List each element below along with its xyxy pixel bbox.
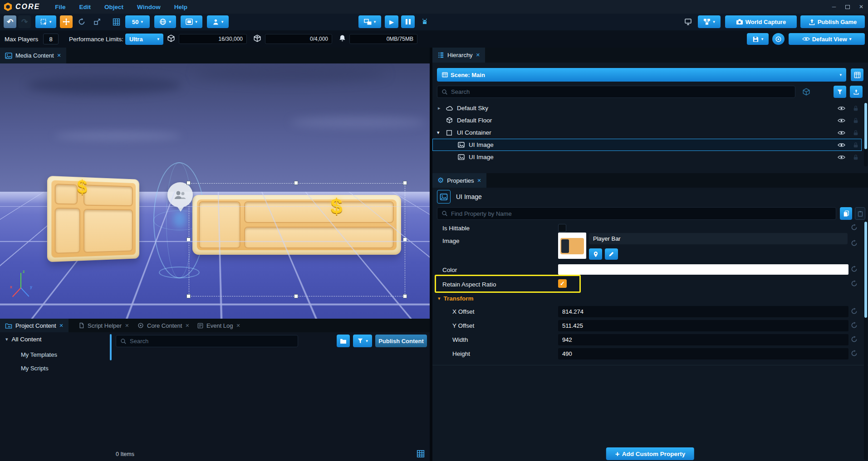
grid-view-button[interactable] [415, 448, 427, 460]
close-tab-icon[interactable]: ✕ [125, 323, 129, 328]
properties-scrollbar[interactable] [864, 221, 868, 460]
property-search-input[interactable] [451, 210, 832, 217]
close-tab-icon[interactable]: ✕ [236, 323, 240, 328]
transform-section-header[interactable]: ▾ Transform [438, 295, 474, 302]
viewport[interactable]: $ $ z x y [0, 63, 430, 319]
maximize-button[interactable] [841, 0, 854, 14]
save-dropdown[interactable]: ▾ [747, 33, 769, 45]
multiplayer-preview-dropdown[interactable]: ▾ [358, 15, 381, 28]
tab-properties[interactable]: ⚙ Properties ✕ [432, 173, 486, 188]
reset-property-icon[interactable] [851, 266, 858, 272]
copy-properties-button[interactable] [840, 207, 852, 220]
visibility-eye-icon[interactable] [838, 130, 845, 136]
pause-button[interactable] [401, 15, 415, 28]
folder-my-scripts[interactable]: My Scripts [21, 365, 49, 372]
gizmo-space-dropdown[interactable]: ▾ [154, 15, 176, 28]
default-view-dropdown[interactable]: Default View ▾ [789, 33, 865, 45]
close-tab-icon[interactable]: ✕ [477, 178, 481, 183]
hierarchy-filter-button[interactable] [834, 86, 846, 98]
selection-handle[interactable] [186, 238, 191, 242]
selection-handle[interactable] [403, 238, 407, 242]
selection-handle[interactable] [186, 181, 191, 185]
ui-image-object-left[interactable]: $ [47, 176, 139, 262]
project-search-input[interactable] [130, 338, 294, 345]
tab-media-content[interactable]: Media Content ✕ [0, 48, 66, 63]
publish-content-button[interactable]: Publish Content [375, 335, 427, 347]
menu-window[interactable]: Window [130, 4, 167, 10]
reset-property-icon[interactable] [851, 322, 858, 329]
tree-item-ui-container[interactable]: ▾ UI Container [432, 126, 862, 139]
lock-icon[interactable] [853, 105, 858, 112]
tree-item-ui-image-selected[interactable]: UI Image [432, 139, 862, 151]
max-players-field[interactable]: 8 [43, 34, 59, 44]
tree-scrollbar[interactable] [110, 334, 112, 360]
reset-property-icon[interactable] [851, 308, 858, 315]
x-offset-field[interactable]: 814.274 [558, 306, 848, 317]
visibility-eye-icon[interactable] [838, 106, 845, 111]
add-custom-property-button[interactable]: + Add Custom Property [606, 447, 694, 460]
reset-property-icon[interactable] [851, 240, 858, 247]
redo-button[interactable]: ↷ [18, 15, 31, 28]
tree-item-default-sky[interactable]: ▸ Default Sky [432, 102, 862, 114]
edit-asset-button[interactable] [605, 248, 618, 260]
filter-by-type-button[interactable] [801, 87, 812, 97]
selection-handle[interactable] [294, 181, 298, 185]
tree-item-default-floor[interactable]: Default Floor [432, 114, 862, 126]
lock-icon[interactable] [853, 117, 858, 124]
selection-handle[interactable] [403, 181, 407, 185]
selection-mode-dropdown[interactable]: ▾ [35, 15, 56, 28]
close-tab-icon[interactable]: ✕ [59, 323, 64, 328]
reset-property-icon[interactable] [851, 280, 858, 287]
help-target-button[interactable] [772, 33, 785, 45]
project-filter-dropdown[interactable]: ▾ [353, 335, 372, 347]
selection-handle[interactable] [186, 294, 191, 298]
move-tool-button[interactable] [60, 15, 73, 28]
menu-edit[interactable]: Edit [73, 4, 98, 10]
image-thumbnail[interactable] [558, 233, 586, 259]
tree-item-ui-image[interactable]: UI Image [432, 151, 862, 163]
publish-game-button[interactable]: Publish Game [800, 15, 865, 28]
screen-size-dropdown[interactable]: ▾ [181, 15, 202, 28]
tab-core-content[interactable]: Core Content ✕ [132, 319, 195, 332]
new-folder-button[interactable] [337, 335, 350, 347]
camera-mode-dropdown[interactable]: ▾ [207, 15, 229, 28]
visibility-eye-icon[interactable] [838, 142, 845, 148]
color-swatch[interactable] [558, 264, 848, 275]
network-test-dropdown[interactable]: ▾ [698, 15, 721, 28]
reset-property-icon[interactable] [851, 224, 858, 231]
snap-size-dropdown[interactable]: 50 ▾ [125, 15, 150, 28]
preview-monitor-button[interactable] [682, 15, 694, 28]
pick-asset-button[interactable] [589, 248, 602, 260]
world-capture-button[interactable]: World Capture [725, 15, 797, 28]
menu-help[interactable]: Help [167, 4, 194, 10]
close-tab-icon[interactable]: ✕ [185, 323, 189, 328]
expander-icon[interactable]: ▾ [437, 130, 440, 135]
paste-properties-button[interactable] [855, 207, 865, 220]
debug-droid-button[interactable] [418, 15, 431, 28]
hierarchy-import-button[interactable] [850, 86, 863, 98]
scene-dropdown[interactable]: Scene: Main ▾ [437, 68, 846, 82]
undo-button[interactable]: ↶ [4, 15, 16, 28]
menu-object[interactable]: Object [98, 4, 130, 10]
minimize-button[interactable]: ─ [827, 0, 841, 14]
lock-icon[interactable] [853, 154, 858, 160]
selection-handle[interactable] [403, 294, 407, 298]
performance-dropdown[interactable]: Ultra ▾ [125, 34, 163, 45]
width-field[interactable]: 942 [558, 334, 848, 345]
image-asset-field[interactable]: Player Bar [589, 233, 848, 244]
rotate-tool-button[interactable] [75, 15, 88, 28]
selection-handle[interactable] [294, 294, 298, 298]
menu-file[interactable]: File [48, 4, 72, 10]
height-field[interactable]: 490 [558, 348, 848, 359]
visibility-eye-icon[interactable] [838, 118, 845, 123]
hierarchy-search-input[interactable] [451, 88, 791, 95]
y-offset-field[interactable]: 511.425 [558, 320, 848, 331]
scene-manager-button[interactable] [851, 68, 863, 81]
tab-event-log[interactable]: Event Log ✕ [192, 319, 245, 332]
scale-tool-button[interactable] [91, 15, 103, 28]
close-tab-icon[interactable]: ✕ [476, 53, 480, 58]
is-hittable-checkbox[interactable] [558, 224, 566, 232]
lock-icon[interactable] [853, 142, 858, 148]
folder-my-templates[interactable]: My Templates [21, 351, 57, 358]
tab-project-content[interactable]: Project Content ✕ [0, 319, 69, 332]
